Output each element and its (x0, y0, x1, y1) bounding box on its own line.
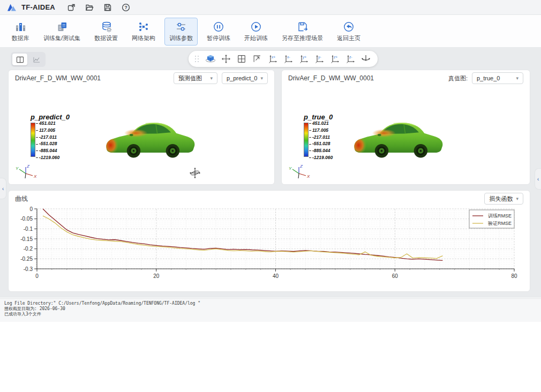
view-toolbar: x+ x- y+ y- (189, 51, 378, 67)
curve-panel-header: 曲线 损失函数 ▾ (9, 191, 530, 207)
view-x-minus-button[interactable]: x- (283, 54, 294, 64)
predict-field-value: p_predict_0 (227, 75, 258, 81)
log-output: Log File Directory:" C:/Users/Tenfong/Ap… (0, 298, 541, 322)
ribbon-item-network-arch[interactable]: 网络架构 (127, 18, 160, 46)
train-params-icon (175, 21, 187, 33)
prediction-viewport[interactable]: p_predict_0 451.021 117.005 -217.011 -55… (9, 86, 274, 184)
loss-function-value: 损失函数 (489, 195, 513, 203)
help-icon[interactable]: ? (122, 3, 130, 12)
colorbar-gradient (31, 123, 35, 157)
svg-text:Z: Z (26, 164, 30, 169)
svg-text:z-: z- (349, 55, 352, 59)
axis-z-plus-icon: z+ (329, 54, 340, 64)
open-folder-icon[interactable] (85, 3, 94, 12)
svg-text:X: X (306, 174, 310, 179)
chevron-left-icon: ‹ (2, 185, 4, 192)
split-view-toggle[interactable] (12, 54, 27, 65)
save-icon[interactable] (103, 3, 112, 12)
view-3d-cube-button[interactable] (205, 54, 216, 64)
view-z-minus-button[interactable]: z- (345, 54, 356, 64)
car-model-prediction (102, 112, 198, 161)
svg-text:-0.15: -0.15 (20, 236, 33, 242)
colorbar-tick: 117.005 (309, 127, 328, 133)
pan-icon (221, 54, 231, 64)
colorbar-tick: 451.021 (36, 120, 56, 126)
svg-text:20: 20 (153, 273, 160, 279)
pan-button[interactable] (221, 54, 231, 64)
orbit-button[interactable] (360, 54, 371, 64)
prediction-viewer-panel: DrivAer_F_D_WM_WW_0001 预测值图 ▾ p_predict_… (8, 70, 275, 185)
data-settings-icon (100, 21, 112, 33)
case-title: DrivAer_F_D_WM_WW_0001 (15, 74, 101, 82)
ribbon-item-back-home[interactable]: 返回主页 (332, 18, 365, 46)
log-line: Log File Directory:" C:/Users/Tenfong/Ap… (4, 301, 537, 306)
app-window: TF-AIDEA ? (0, 0, 541, 392)
colorbar-tick: -1219.060 (36, 155, 59, 160)
colorbar-gradient (304, 123, 309, 157)
axis-x-plus-icon: x+ (267, 54, 278, 64)
quad-view-button[interactable] (236, 54, 247, 64)
colorbar-tick: 117.005 (36, 127, 55, 133)
log-line: 授权截至日期为: 2026-06-30 (4, 306, 537, 312)
ribbon-item-train-test-set[interactable]: 训练集/测试集 (39, 18, 85, 46)
svg-text:训练RMSE: 训练RMSE (488, 213, 512, 218)
svg-text:x-: x- (287, 55, 290, 59)
view-mode-toggle (11, 52, 46, 67)
svg-text:80: 80 (511, 273, 517, 279)
svg-text:-0.2: -0.2 (24, 246, 33, 252)
svg-text:-0.3: -0.3 (24, 266, 33, 272)
log-line: 已成功导入3个文件 (4, 312, 537, 317)
colorbar-tick: -551.028 (309, 141, 330, 146)
ribbon-item-database[interactable]: 数据库 (6, 18, 34, 46)
predict-field-dropdown[interactable]: p_predict_0 ▾ (222, 72, 268, 84)
rotate-cursor-icon (189, 167, 201, 179)
chevron-down-icon: ▾ (260, 76, 263, 81)
svg-text:0: 0 (35, 273, 39, 279)
fit-view-icon (252, 54, 262, 64)
chevron-down-icon: ▾ (516, 76, 519, 81)
map-type-dropdown[interactable]: 预测值图 ▾ (174, 72, 217, 84)
ribbon-item-data-settings[interactable]: 数据设置 (89, 18, 123, 46)
svg-text:?: ? (124, 5, 127, 10)
loss-chart: 0-0.05-0.1-0.15-0.2-0.25-0.3020406080训练R… (13, 206, 522, 286)
ribbon-item-save-inference[interactable]: 另存至推理场景 (277, 18, 328, 46)
app-logo (6, 3, 17, 12)
prediction-colorbar: p_predict_0 451.021 117.005 -217.011 -55… (31, 113, 70, 157)
view-y-minus-button[interactable]: y- (314, 54, 325, 64)
chevron-down-icon: ▾ (516, 196, 519, 201)
curve-view-icon (33, 56, 41, 63)
toolbar-drag-handle[interactable] (195, 56, 199, 63)
pause-icon (213, 21, 224, 33)
back-home-icon (343, 21, 355, 33)
ribbon-toolbar: 数据库 训练集/测试集 数据设置 (0, 16, 541, 48)
curve-view-toggle[interactable] (29, 54, 44, 65)
new-window-icon[interactable] (67, 3, 76, 12)
right-panel-collapse-handle[interactable]: ‹ (535, 168, 541, 190)
svg-text:Y: Y (16, 166, 19, 171)
ribbon-item-start-training[interactable]: 开始训练 (239, 18, 273, 46)
play-icon (250, 21, 262, 33)
save-inference-icon (297, 21, 309, 33)
axis-x-minus-icon: x- (283, 54, 294, 64)
colorbar-tick: 451.021 (309, 120, 329, 126)
fit-view-button[interactable] (252, 54, 262, 64)
colorbar-tick: -551.028 (36, 141, 57, 146)
left-panel-collapse-handle[interactable]: ‹ (0, 178, 6, 199)
truth-field-value: p_true_0 (477, 75, 500, 81)
colorbar-tick: -885.044 (309, 148, 330, 153)
svg-text:y+: y+ (302, 55, 306, 59)
ribbon-item-pause-training[interactable]: 暂停训练 (202, 18, 235, 46)
view-y-plus-button[interactable]: y+ (298, 54, 309, 64)
ribbon-item-train-params[interactable]: 训练参数 (164, 18, 198, 46)
network-arch-icon (138, 21, 149, 33)
axis-y-minus-icon: y- (314, 54, 325, 64)
view-x-plus-button[interactable]: x+ (267, 54, 278, 64)
loss-function-dropdown[interactable]: 损失函数 ▾ (484, 193, 523, 205)
truth-field-dropdown[interactable]: p_true_0 ▾ (472, 72, 523, 84)
workspace: x+ x- y+ y- (0, 48, 541, 298)
colorbar-tick: -885.044 (36, 148, 57, 153)
colorbar-title: p_true_0 (304, 113, 333, 121)
truth-map-label: 真值图: (448, 74, 468, 82)
truth-viewport[interactable]: p_true_0 451.021 117.005 -217.011 -551.0… (282, 86, 530, 184)
view-z-plus-button[interactable]: z+ (329, 54, 340, 64)
